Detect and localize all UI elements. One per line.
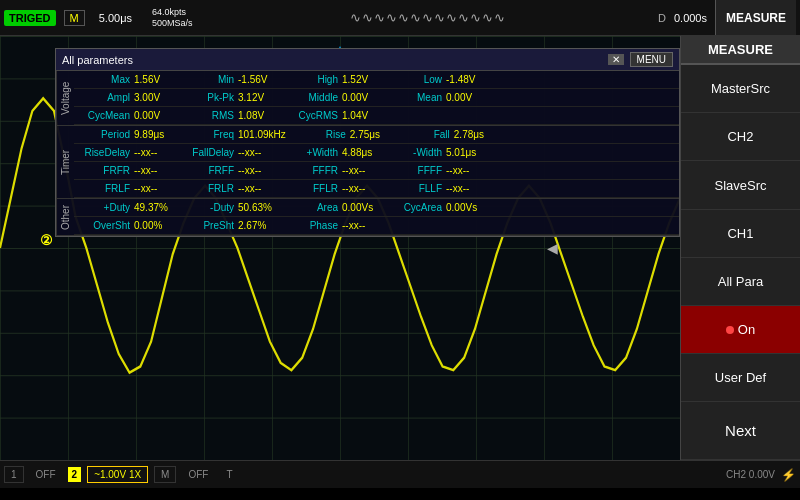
voltage-label: Voltage — [56, 71, 74, 125]
m-label-bottom: M — [154, 466, 176, 483]
sidebar-allpara-btn[interactable]: All Para — [681, 258, 800, 306]
timer-row-3: FRFR --xx-- FRFF --xx-- FFFR --xx-- FF — [74, 162, 679, 180]
other-row-2: OverSht 0.00% PreSht 2.67% Phase --xx-- — [74, 217, 679, 235]
other-rows: +Duty 49.37% -Duty 50.63% Area 0.00Vs — [74, 199, 679, 235]
top-bar: TRIGED M 5.00μs 64.0kpts 500MSa/s ∿∿∿∿∿∿… — [0, 0, 800, 36]
d-label: D — [658, 12, 666, 24]
m-state: OFF — [182, 467, 214, 482]
ch2-setting[interactable]: ~1.00V 1X — [87, 466, 148, 483]
other-label: Other — [56, 199, 74, 235]
scope-area: ② All parameters ✕ MENU Voltage Max — [0, 36, 680, 460]
m-label: M — [64, 10, 85, 26]
sidebar-ch1-btn[interactable]: CH1 — [681, 210, 800, 258]
params-close-btn[interactable]: ✕ — [608, 54, 624, 65]
ch2-number: 2 — [68, 467, 82, 482]
time-offset: 0.000s — [674, 12, 707, 24]
timer-rows: Period 9.89μs Freq 101.09kHz Rise 2.75μs — [74, 126, 679, 198]
collapse-arrow[interactable]: ◀ — [547, 240, 558, 256]
measure-header: MEASURE — [715, 0, 796, 35]
sample-rate: 64.0kpts 500MSa/s — [146, 5, 199, 31]
middle-cell: Middle 0.00V — [282, 91, 386, 104]
max-cell: Max 1.56V — [74, 73, 178, 86]
sidebar-next-btn[interactable]: Next — [681, 402, 800, 460]
bottom-bar: 1 OFF 2 ~1.00V 1X M OFF T CH2 0.00V ⚡ — [0, 460, 800, 488]
other-section: Other +Duty 49.37% -Duty 50.63% Area — [56, 199, 679, 236]
params-menu-btn[interactable]: MENU — [630, 52, 673, 67]
timer-row-1: Period 9.89μs Freq 101.09kHz Rise 2.75μs — [74, 126, 679, 144]
sidebar-userdef-btn[interactable]: User Def — [681, 354, 800, 402]
mean-cell: Mean 0.00V — [386, 91, 490, 104]
ch1-state: OFF — [30, 467, 62, 482]
ch1-number: 1 — [4, 466, 24, 483]
rms-cell: RMS 1.08V — [178, 109, 282, 122]
waveform-indicator: ∿∿∿∿∿∿∿∿∿∿∿∿∿ — [207, 10, 650, 25]
cycmean-cell: CycMean 0.00V — [74, 109, 178, 122]
timer-section: Timer Period 9.89μs Freq 101.09kHz Rise — [56, 126, 679, 199]
triged-badge: TRIGED — [4, 10, 56, 26]
params-header-controls: ✕ MENU — [608, 52, 673, 67]
sidebar-measure-title: MEASURE — [681, 36, 800, 65]
usb-icon: ⚡ — [781, 468, 796, 482]
pkpk-cell: Pk-Pk 3.12V — [178, 91, 282, 104]
timer-label: Timer — [56, 126, 74, 198]
params-title: All parameters — [62, 54, 133, 66]
sidebar-on-btn[interactable]: On — [681, 306, 800, 354]
high-cell: High 1.52V — [282, 73, 386, 86]
cycrms-cell: CycRMS 1.04V — [282, 109, 386, 122]
right-sidebar: MEASURE MasterSrc CH2 SlaveSrc CH1 All P… — [680, 36, 800, 460]
time-div: 5.00μs — [93, 10, 138, 26]
ch2-voltage: CH2 0.00V — [726, 469, 775, 480]
on-indicator-dot — [726, 326, 734, 334]
voltage-row-1: Max 1.56V Min -1.56V High 1.52V Low — [74, 71, 679, 89]
voltage-row-2: Ampl 3.00V Pk-Pk 3.12V Middle 0.00V Me — [74, 89, 679, 107]
main-area: ② All parameters ✕ MENU Voltage Max — [0, 36, 800, 460]
min-cell: Min -1.56V — [178, 73, 282, 86]
voltage-section: Voltage Max 1.56V Min -1.56V High — [56, 71, 679, 126]
sidebar-mastersrc-btn[interactable]: MasterSrc — [681, 65, 800, 113]
timer-row-4: FRLF --xx-- FRLR --xx-- FFLR --xx-- FL — [74, 180, 679, 198]
sidebar-ch2-btn[interactable]: CH2 — [681, 113, 800, 161]
sidebar-slavesrc-btn[interactable]: SlaveSrc — [681, 161, 800, 209]
params-panel: All parameters ✕ MENU Voltage Max 1.56V — [55, 48, 680, 237]
low-cell: Low -1.48V — [386, 73, 490, 86]
voltage-row-3: CycMean 0.00V RMS 1.08V CycRMS 1.04V — [74, 107, 679, 125]
voltage-rows: Max 1.56V Min -1.56V High 1.52V Low — [74, 71, 679, 125]
params-header: All parameters ✕ MENU — [56, 49, 679, 71]
t-label: T — [220, 467, 238, 482]
ampl-cell: Ampl 3.00V — [74, 91, 178, 104]
ch2-marker: ② — [40, 232, 53, 248]
timer-row-2: RiseDelay --xx-- FallDelay --xx-- +Width… — [74, 144, 679, 162]
other-row-1: +Duty 49.37% -Duty 50.63% Area 0.00Vs — [74, 199, 679, 217]
